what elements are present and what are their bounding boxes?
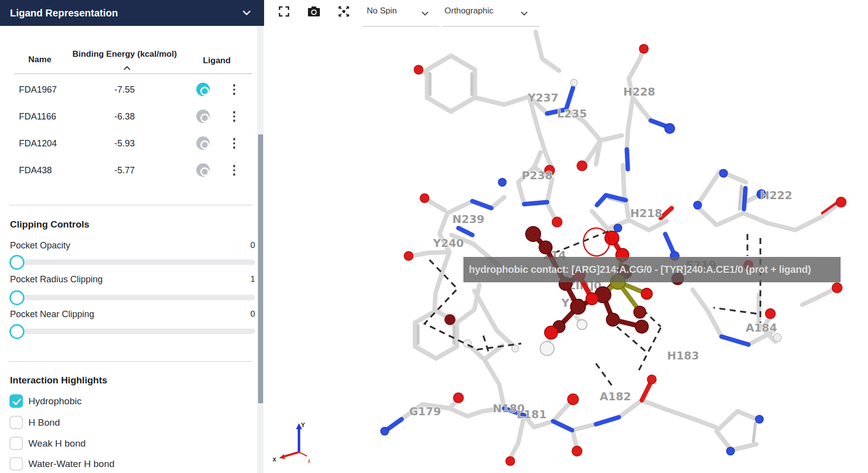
pocket-radius-clipping-label: Pocket Radius Clipping: [10, 274, 103, 285]
panel-title: Ligand Representation: [10, 7, 118, 19]
ligand-name: FDA1204: [19, 138, 79, 149]
column-header-binding-energy[interactable]: Binding Energy (kcal/mol): [65, 49, 184, 59]
pocket-opacity-label: Pocket Opacity: [10, 240, 70, 251]
ligand-name: FDA438: [19, 165, 79, 176]
axis-gizmo: Y X z: [273, 422, 310, 464]
residue-label-L181: L181: [517, 408, 547, 421]
residue-label-N239: N239: [452, 213, 484, 226]
residue-label-L235: L235: [557, 108, 587, 120]
sort-ascending-icon[interactable]: [123, 64, 131, 73]
sidebar-scrollbar-track[interactable]: [257, 26, 264, 473]
section-divider: [9, 205, 252, 206]
pocket-radius-clipping-value: 1: [225, 274, 255, 284]
pocket-near-clipping-slider[interactable]: [9, 329, 255, 334]
residue-label-A182: A182: [600, 390, 631, 403]
pocket-near-clipping-value: 0: [225, 309, 255, 319]
residue-label-Y237: Y237: [527, 92, 559, 104]
pocket-opacity-slider[interactable]: [9, 259, 255, 265]
ligand-representation-panel: Ligand Representation Name Binding Energ…: [0, 0, 264, 473]
hydrophobic-checkbox[interactable]: [9, 394, 23, 408]
ligand-visibility-toggle[interactable]: [196, 110, 210, 123]
projection-select-underline: [442, 26, 540, 27]
row-menu-button[interactable]: [230, 83, 239, 97]
pocket-opacity-value: 0: [225, 240, 255, 250]
ligand-name: FDA1166: [19, 112, 79, 122]
ligand: [526, 227, 652, 355]
h-bond-label: H Bond: [28, 417, 60, 428]
weak-h-bond-checkbox[interactable]: [9, 437, 23, 450]
binding-energy-value: -7.55: [75, 85, 174, 95]
pocket-radius-clipping-slider-handle[interactable]: [9, 290, 24, 305]
ligand-visibility-toggle[interactable]: [196, 163, 210, 177]
ligand-visibility-toggle[interactable]: [196, 136, 210, 150]
residue-label-G179: G179: [409, 405, 441, 418]
row-menu-button[interactable]: [230, 110, 239, 123]
residue-label-A184: A184: [746, 322, 777, 334]
fullscreen-icon: [278, 5, 290, 17]
axis-z-label: z: [308, 458, 310, 464]
h-bond-checkbox[interactable]: [9, 416, 23, 429]
row-menu-button[interactable]: [230, 136, 239, 150]
center-view-icon: [337, 5, 350, 18]
section-divider: [9, 361, 252, 362]
residue-labels-layer: Y237L235H228P238N239Y240H218H222E219214[…: [409, 86, 792, 421]
pocket-near-clipping-slider-handle[interactable]: [9, 324, 24, 339]
residue-label-H222: H222: [760, 189, 792, 202]
weak-h-bond-label: Weak H bond: [28, 438, 86, 449]
sidebar-scrollbar-thumb[interactable]: [258, 134, 263, 403]
screenshot-button[interactable]: [307, 5, 321, 19]
panel-chevron-down-icon[interactable]: [242, 8, 251, 17]
row-menu-button[interactable]: [230, 163, 239, 177]
pocket-radius-clipping-slider[interactable]: [9, 295, 255, 300]
ligand-visibility-toggle[interactable]: [196, 83, 210, 96]
ligand-name: FDA1967: [19, 85, 79, 95]
spin-chevron-down-icon[interactable]: [421, 9, 429, 18]
camera-icon: [307, 5, 320, 17]
hydrophobic-label: Hydrophobic: [28, 396, 82, 407]
binding-energy-value: -6.38: [75, 112, 174, 122]
column-header-name[interactable]: Name: [20, 55, 60, 65]
residue-label-H218: H218: [630, 207, 662, 220]
water-water-h-bond-label: Water-Water H bond: [28, 459, 115, 470]
interaction-highlights-title: Interaction Highlights: [10, 375, 107, 386]
projection-chevron-down-icon[interactable]: [520, 9, 528, 18]
spin-select-underline: [363, 26, 439, 27]
contact-tooltip: hydrophobic contact: [ARG]214:A.CG/0 - […: [463, 257, 841, 282]
projection-select[interactable]: Orthographic: [444, 6, 493, 16]
water-water-h-bond-checkbox[interactable]: [9, 457, 23, 471]
table-header-divider: [14, 73, 252, 74]
residue-label-H228: H228: [623, 86, 655, 98]
center-view-button[interactable]: [337, 5, 351, 19]
pocket-near-clipping-label: Pocket Near Clipping: [10, 309, 94, 320]
spin-select[interactable]: No Spin: [367, 6, 397, 16]
panel-header[interactable]: Ligand Representation: [0, 0, 264, 26]
clipping-controls-title: Clipping Controls: [10, 219, 89, 230]
axis-x-label: X: [273, 457, 277, 463]
fullscreen-button[interactable]: [277, 5, 291, 19]
residue-label-Y240: Y240: [433, 237, 464, 249]
axis-y-label: Y: [301, 422, 305, 429]
residue-label-H183: H183: [667, 350, 699, 362]
residue-label-P238: P238: [522, 169, 553, 182]
pocket-opacity-slider-handle[interactable]: [9, 255, 24, 270]
column-header-ligand: Ligand: [198, 56, 235, 66]
binding-energy-value: -5.77: [75, 165, 174, 176]
binding-energy-value: -5.93: [75, 138, 174, 149]
